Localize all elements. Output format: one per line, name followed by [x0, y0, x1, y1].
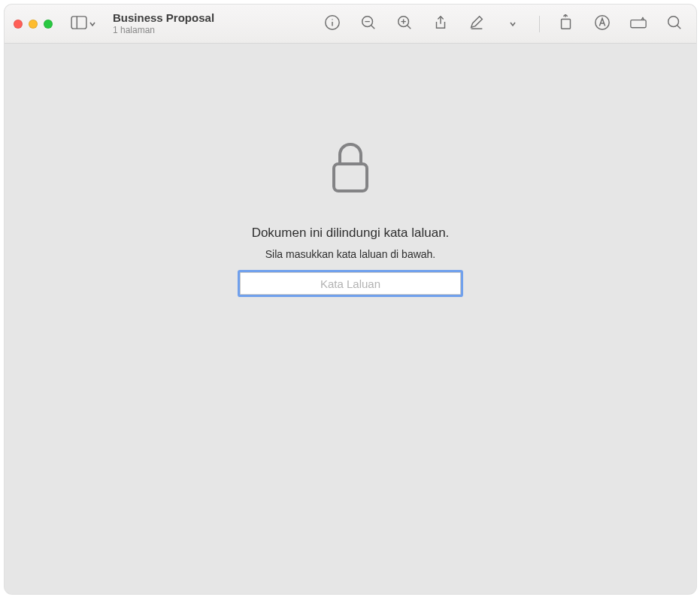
share-icon: [432, 14, 449, 34]
app-window: Business Proposal 1 halaman: [5, 5, 696, 594]
search-button[interactable]: [665, 14, 684, 34]
chevron-down-icon: [509, 17, 517, 31]
highlight-icon: [594, 14, 611, 34]
document-title: Business Proposal: [113, 12, 214, 25]
zoom-out-icon: [360, 14, 377, 34]
rotate-button[interactable]: [556, 14, 576, 34]
svg-point-19: [668, 16, 679, 26]
rotate-icon: [558, 14, 574, 34]
search-icon: [666, 14, 683, 34]
password-subheading: Sila masukkan kata laluan di bawah.: [265, 248, 435, 260]
pencil-icon: [468, 14, 485, 34]
sidebar-toggle-button[interactable]: [71, 16, 96, 32]
svg-line-6: [371, 25, 375, 29]
window-controls: [14, 20, 53, 29]
svg-rect-0: [71, 16, 86, 28]
info-icon: [324, 14, 341, 34]
chevron-down-icon: [89, 17, 96, 31]
zoom-in-icon: [396, 14, 413, 34]
lock-icon: [329, 141, 371, 197]
password-input[interactable]: [240, 272, 461, 295]
markup-more-button[interactable]: [503, 14, 523, 34]
password-heading: Dokumen ini dilindungi kata laluan.: [252, 226, 450, 241]
highlight-button[interactable]: [592, 14, 612, 34]
svg-point-4: [332, 19, 332, 20]
sidebar-icon: [71, 16, 87, 32]
svg-rect-15: [631, 20, 646, 27]
form-fill-button[interactable]: [629, 14, 648, 34]
form-fill-icon: [630, 14, 647, 34]
titlebar: Business Proposal 1 halaman: [5, 5, 696, 44]
svg-line-9: [408, 25, 411, 29]
svg-rect-21: [334, 164, 367, 191]
close-window-button[interactable]: [14, 20, 23, 29]
title-area: Business Proposal 1 halaman: [113, 12, 214, 36]
zoom-window-button[interactable]: [44, 20, 53, 29]
toolbar-separator: [539, 16, 540, 32]
content-area: Dokumen ini dilindungi kata laluan. Sila…: [5, 44, 696, 594]
zoom-in-button[interactable]: [395, 14, 414, 34]
toolbar: [323, 14, 687, 34]
minimize-window-button[interactable]: [29, 20, 38, 29]
zoom-out-button[interactable]: [359, 14, 378, 34]
info-button[interactable]: [323, 14, 342, 34]
share-button[interactable]: [431, 14, 450, 34]
document-subtitle: 1 halaman: [113, 26, 214, 35]
markup-button[interactable]: [467, 14, 486, 34]
svg-line-20: [677, 25, 681, 29]
svg-rect-13: [562, 19, 571, 29]
